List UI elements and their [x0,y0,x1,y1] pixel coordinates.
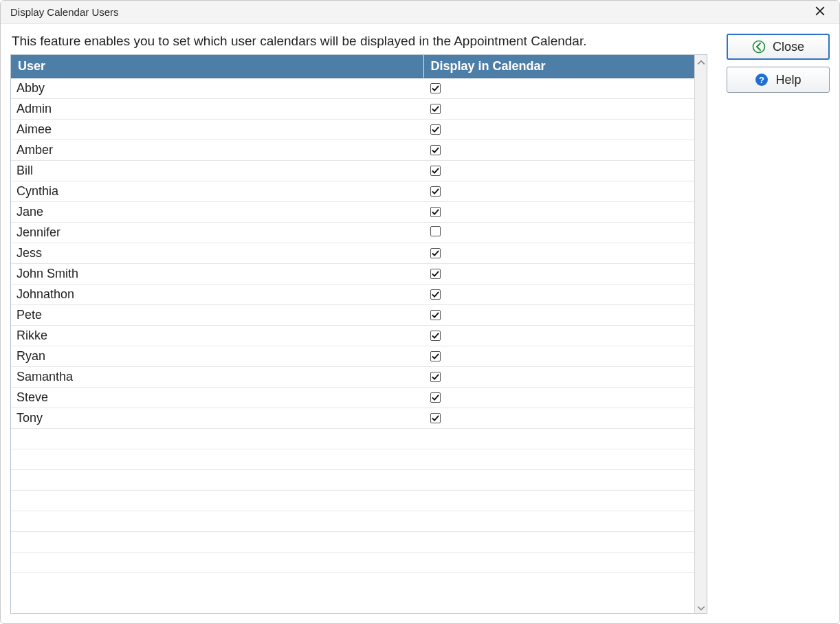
table-row-empty [11,553,694,573]
display-checkbox[interactable] [430,83,441,93]
user-name-cell: Cynthia [11,181,423,202]
user-name-cell: Samantha [11,367,423,388]
user-name-cell: Aimee [11,120,423,140]
user-name-cell: Amber [11,140,423,161]
display-checkbox[interactable] [430,124,441,135]
table-row-empty [11,491,694,511]
back-arrow-icon [752,40,766,54]
table-row-empty [11,470,694,491]
display-checkbox-cell [423,305,694,326]
display-checkbox[interactable] [430,186,441,197]
display-checkbox-cell [423,346,694,367]
help-button-label: Help [775,73,801,87]
display-checkbox-cell [423,243,694,264]
users-grid-container: User Display in Calendar AbbyAdminAimeeA… [10,54,707,614]
user-name-cell: Jess [11,243,423,264]
table-row[interactable]: Cynthia [11,181,694,202]
table-row[interactable]: Aimee [11,120,694,140]
window-title: Display Calendar Users [10,6,806,18]
table-row[interactable]: Amber [11,140,694,161]
user-name-cell: Jennifer [11,223,423,243]
table-row[interactable]: Jess [11,243,694,264]
left-column: This feature enables you to set which us… [10,32,707,614]
user-name-cell: Bill [11,161,423,181]
display-checkbox[interactable] [430,104,441,114]
table-row[interactable]: Samantha [11,367,694,388]
table-row[interactable]: Tony [11,408,694,429]
user-name-cell: Jane [11,202,423,223]
user-name-cell: Ryan [11,346,423,367]
display-checkbox-cell [423,408,694,429]
table-row[interactable]: Pete [11,305,694,326]
user-name-cell: Johnathon [11,285,423,305]
display-checkbox-cell [423,181,694,202]
user-name-cell: Steve [11,388,423,408]
table-row[interactable]: Jennifer [11,223,694,243]
user-name-cell: Admin [11,99,423,120]
display-checkbox[interactable] [430,269,441,279]
display-checkbox-cell [423,326,694,346]
svg-text:?: ? [760,75,765,85]
display-checkbox-cell [423,202,694,223]
table-row-empty [11,532,694,553]
display-checkbox-cell [423,264,694,285]
description-text: This feature enables you to set which us… [12,34,706,49]
table-row-empty [11,511,694,532]
display-checkbox-cell [423,161,694,181]
table-row-empty [11,449,694,470]
table-row-empty [11,429,694,449]
close-icon [815,6,825,18]
display-checkbox-cell [423,140,694,161]
display-checkbox[interactable] [430,372,441,382]
display-checkbox[interactable] [430,413,441,423]
dialog-content: This feature enables you to set which us… [1,24,839,623]
users-table: User Display in Calendar AbbyAdminAimeeA… [11,55,694,573]
column-header-user[interactable]: User [11,55,423,78]
table-row[interactable]: John Smith [11,264,694,285]
table-row[interactable]: Jane [11,202,694,223]
display-checkbox[interactable] [430,392,441,403]
display-checkbox-cell [423,388,694,408]
help-button[interactable]: ? Help [727,67,830,93]
display-checkbox[interactable] [430,145,441,155]
table-row[interactable]: Abby [11,78,694,99]
close-button-label: Close [773,40,804,54]
display-checkbox[interactable] [430,226,441,236]
scroll-down-arrow-icon[interactable] [697,603,705,611]
user-name-cell: Abby [11,78,423,99]
right-button-column: Close ? Help [727,32,830,614]
dialog-window: Display Calendar Users This feature enab… [0,0,840,624]
display-checkbox[interactable] [430,207,441,217]
table-row[interactable]: Johnathon [11,285,694,305]
display-checkbox-cell [423,367,694,388]
table-row[interactable]: Admin [11,99,694,120]
display-checkbox-cell [423,78,694,99]
user-name-cell: Pete [11,305,423,326]
display-checkbox[interactable] [430,166,441,176]
svg-point-0 [753,41,764,53]
user-name-cell: John Smith [11,264,423,285]
scroll-up-arrow-icon[interactable] [697,57,705,65]
display-checkbox-cell [423,99,694,120]
users-grid-scroll: User Display in Calendar AbbyAdminAimeeA… [11,55,694,613]
user-name-cell: Rikke [11,326,423,346]
display-checkbox-cell [423,120,694,140]
user-name-cell: Tony [11,408,423,429]
close-button[interactable]: Close [727,34,830,60]
table-row[interactable]: Ryan [11,346,694,367]
display-checkbox-cell [423,223,694,243]
vertical-scrollbar[interactable] [694,55,707,613]
table-row[interactable]: Bill [11,161,694,181]
table-row[interactable]: Rikke [11,326,694,346]
display-checkbox-cell [423,285,694,305]
display-checkbox[interactable] [430,310,441,320]
display-checkbox[interactable] [430,248,441,258]
display-checkbox[interactable] [430,351,441,361]
display-checkbox[interactable] [430,289,441,300]
help-icon: ? [755,73,769,87]
window-close-button[interactable] [806,2,834,23]
titlebar: Display Calendar Users [1,1,839,24]
table-row[interactable]: Steve [11,388,694,408]
display-checkbox[interactable] [430,331,441,341]
column-header-display[interactable]: Display in Calendar [423,55,694,78]
